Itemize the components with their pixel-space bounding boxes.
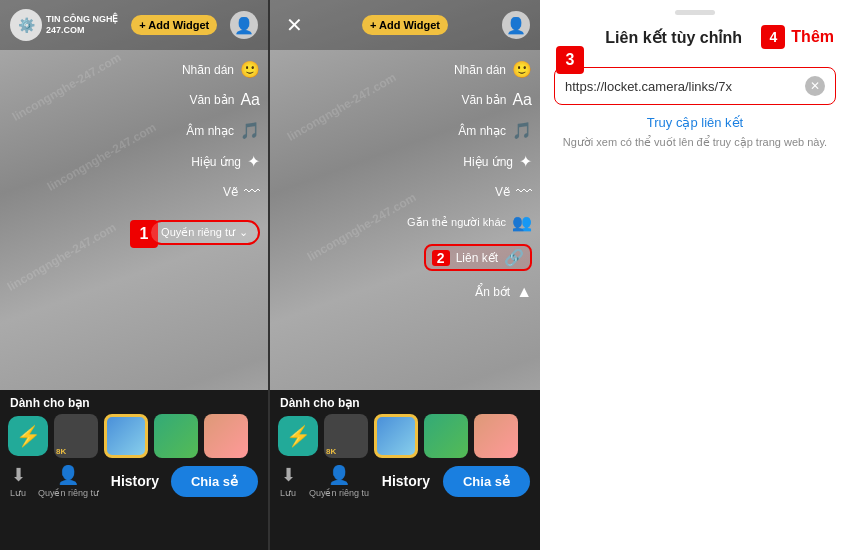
for-you-label-2: Dành cho bạn [270, 390, 540, 414]
nav-luu-1[interactable]: ⬇ Lưu [10, 464, 26, 498]
menu-van-ban-2[interactable]: Văn bản Aa [461, 91, 532, 109]
am-nhac-icon-2: 🎵 [512, 121, 532, 140]
menu-nhan-dan-2[interactable]: Nhãn dán 🙂 [454, 60, 532, 79]
top-bar-1: ⚙️ TIN CÔNG NGHỆ 247.COM + Add Widget 👤 [0, 0, 268, 50]
note-text: Người xem có thể vuốt lên để truy cập tr… [540, 136, 850, 149]
step-3-badge: 3 [556, 46, 584, 74]
chevron-down-icon: ⌄ [239, 226, 248, 239]
thumb-selected-2[interactable] [374, 414, 418, 458]
nav-quyen-2[interactable]: 👤 Quyền riêng tu [309, 464, 369, 498]
nhan-dan-icon: 🙂 [240, 60, 260, 79]
side-menu-2: Nhãn dán 🙂 Văn bản Aa Âm nhạc 🎵 Hiệu ứng… [407, 60, 532, 301]
menu-label: Âm nhạc [458, 124, 506, 138]
hieu-ung-icon-2: ✦ [519, 152, 532, 171]
menu-ve-1[interactable]: Vẽ 〰 [223, 183, 260, 201]
menu-label: Nhãn dán [182, 63, 234, 77]
ve-icon-2: 〰 [516, 183, 532, 201]
nav-luu-2[interactable]: ⬇ Lưu [280, 464, 296, 498]
avatar-2: 👤 [502, 11, 530, 39]
menu-hieu-ung-1[interactable]: Hiệu ứng ✦ [191, 152, 260, 171]
history-label-1[interactable]: History [111, 473, 159, 489]
bottom-nav-2: ⬇ Lưu 👤 Quyền riêng tu History Chia sẻ [270, 458, 540, 502]
bottom-nav-1: ⬇ Lưu 👤 Quyền riêng tư History Chia sẻ [0, 458, 268, 502]
them-button[interactable]: Thêm [791, 28, 834, 46]
bottom-area-1: Dành cho bạn ⚡ 8K ⬇ Lưu 👤 Quyền riêng tư… [0, 390, 268, 550]
gan-the-icon: 👥 [512, 213, 532, 232]
dialog-handle [675, 10, 715, 15]
share-button-1[interactable]: Chia sẻ [171, 466, 258, 497]
menu-gan-the[interactable]: Gắn thẻ người khác 👥 [407, 213, 532, 232]
menu-label: Âm nhạc [186, 124, 234, 138]
thumb-selected[interactable] [104, 414, 148, 458]
see-more-button[interactable]: Quyền riêng tư ⌄ [149, 220, 260, 245]
menu-label: Nhãn dán [454, 63, 506, 77]
logo-icon: ⚙️ [10, 9, 42, 41]
hieu-ung-icon: ✦ [247, 152, 260, 171]
dialog-title: Liên kết tùy chỉnh [605, 28, 742, 47]
panel-2: lincongnghe-247.com lincongnghe-247.com … [270, 0, 540, 550]
menu-label: Ẩn bớt [475, 285, 510, 299]
add-widget-button-1[interactable]: + Add Widget [131, 15, 217, 35]
menu-label: Hiệu ứng [191, 155, 241, 169]
menu-label: Văn bản [189, 93, 234, 107]
panel-1: lincongnghe-247.com lincongnghe-247.com … [0, 0, 270, 550]
download-icon-2: ⬇ [281, 464, 296, 486]
menu-lien-ket[interactable]: 2 Liên kết 🔗 [424, 244, 532, 271]
menu-an-bot[interactable]: Ẩn bớt ▲ [475, 283, 532, 301]
an-bot-icon: ▲ [516, 283, 532, 301]
lien-ket-icon: 🔗 [504, 248, 524, 267]
menu-hieu-ung-2[interactable]: Hiệu ứng ✦ [463, 152, 532, 171]
thumb-3b[interactable] [474, 414, 518, 458]
url-input-field[interactable] [565, 79, 805, 94]
menu-van-ban-1[interactable]: Văn bản Aa [189, 91, 260, 109]
nav-quyen-rieng-tu-1[interactable]: 👤 Quyền riêng tư [38, 464, 99, 498]
menu-label: Vẽ [495, 185, 510, 199]
url-input-row[interactable]: ✕ [554, 67, 836, 105]
step-4-badge: 4 [761, 25, 785, 49]
bottom-area-2: Dành cho bạn ⚡ 8K ⬇ Lưu 👤 Quyền riêng tu… [270, 390, 540, 550]
nhan-dan-icon-2: 🙂 [512, 60, 532, 79]
am-nhac-icon: 🎵 [240, 121, 260, 140]
logo-text: TIN CÔNG NGHỆ 247.COM [46, 14, 119, 36]
add-widget-button-2[interactable]: + Add Widget [362, 15, 448, 35]
person-icon: 👤 [57, 464, 79, 486]
thumb-3[interactable] [204, 414, 248, 458]
logo: ⚙️ TIN CÔNG NGHỆ 247.COM [10, 9, 119, 41]
thumb-2b[interactable] [424, 414, 468, 458]
menu-label: Hiệu ứng [463, 155, 513, 169]
history-label-2[interactable]: History [382, 473, 430, 489]
thumb-8k[interactable]: 8K [54, 414, 98, 458]
share-button-2[interactable]: Chia sẻ [443, 466, 530, 497]
top-bar-2: ✕ + Add Widget 👤 [270, 0, 540, 50]
van-ban-icon-2: Aa [512, 91, 532, 109]
thumb-2[interactable] [154, 414, 198, 458]
side-menu-1: Nhãn dán 🙂 Văn bản Aa Âm nhạc 🎵 Hiệu ứng… [182, 60, 260, 201]
lightning-thumb[interactable]: ⚡ [8, 416, 48, 456]
menu-label: Vẽ [223, 185, 238, 199]
access-link[interactable]: Truy cập liên kết [540, 109, 850, 136]
menu-am-nhac-2[interactable]: Âm nhạc 🎵 [458, 121, 532, 140]
thumbnails-row-2: ⚡ 8K [270, 414, 540, 458]
dialog-title-row: 3 Liên kết tùy chỉnh 4 Thêm [540, 21, 850, 57]
ve-icon: 〰 [244, 183, 260, 201]
download-icon: ⬇ [11, 464, 26, 486]
close-button[interactable]: ✕ [280, 11, 308, 39]
menu-ve-2[interactable]: Vẽ 〰 [495, 183, 532, 201]
panel-3-dialog: 3 Liên kết tùy chỉnh 4 Thêm ✕ Truy cập l… [540, 0, 850, 550]
avatar-1: 👤 [230, 11, 258, 39]
clear-button[interactable]: ✕ [805, 76, 825, 96]
van-ban-icon: Aa [240, 91, 260, 109]
thumb-8k-2[interactable]: 8K [324, 414, 368, 458]
menu-label: Gắn thẻ người khác [407, 216, 506, 229]
menu-am-nhac-1[interactable]: Âm nhạc 🎵 [186, 121, 260, 140]
menu-label: Liên kết [456, 251, 498, 265]
menu-label: Văn bản [461, 93, 506, 107]
thumbnails-row-1: ⚡ 8K [0, 414, 268, 458]
menu-nhan-dan-1[interactable]: Nhãn dán 🙂 [182, 60, 260, 79]
lightning-thumb-2[interactable]: ⚡ [278, 416, 318, 456]
step-2-badge: 2 [432, 250, 450, 266]
for-you-label-1: Dành cho bạn [0, 390, 268, 414]
person-icon-2: 👤 [328, 464, 350, 486]
